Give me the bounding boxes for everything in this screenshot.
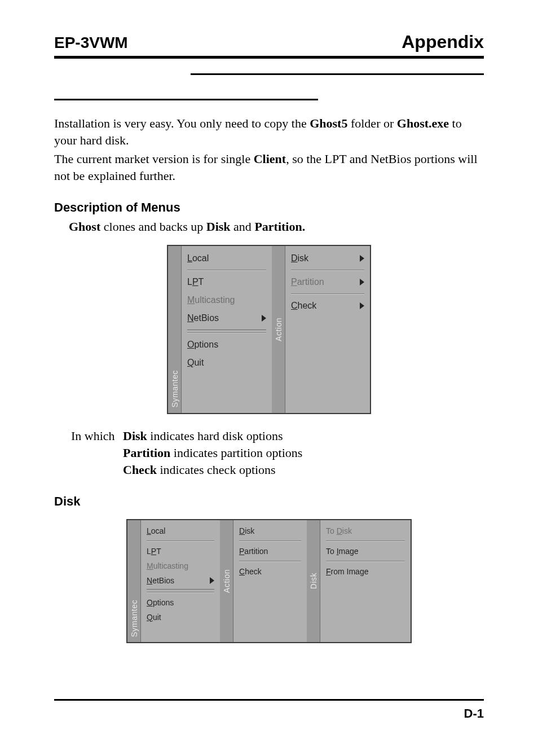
text-bold: Client <box>254 152 286 166</box>
text-bold: Check <box>123 463 157 477</box>
menu-item-partition[interactable]: Partition <box>239 544 301 559</box>
menu-item-disk[interactable]: Disk <box>239 524 301 538</box>
menu-item-partition[interactable]: Partition <box>291 273 364 291</box>
vtab-label: Action <box>222 569 231 593</box>
menu-separator <box>187 270 266 271</box>
menu-separator <box>239 561 301 562</box>
screenshot-2: Symantec Local LPT Multicasting NetBios … <box>54 519 484 643</box>
intro-paragraph-2: The current market version is for single… <box>54 151 484 184</box>
page-number: D-1 <box>54 706 484 721</box>
menu-item-from-image[interactable]: From Image <box>326 564 405 579</box>
vtab-label: Symantec <box>170 370 179 407</box>
menu-item-check[interactable]: Check <box>291 297 364 315</box>
vtab-label: Disk <box>309 573 318 589</box>
text-bold: Ghost.exe <box>397 116 449 130</box>
vtab-symantec: Symantec <box>168 246 182 413</box>
menu-item-netbios[interactable]: NetBios <box>147 573 214 588</box>
menu-item-lpt[interactable]: LPT <box>147 544 214 559</box>
header-right: Appendix <box>402 32 484 52</box>
screenshot-1: Symantec Local LPT Multicasting NetBios … <box>54 245 484 414</box>
menu-separator <box>291 293 364 295</box>
text-bold: Ghost <box>69 219 100 234</box>
header-left: EP-3VWM <box>54 34 128 52</box>
explanation-block: In which Disk indicates hard disk option… <box>71 428 484 478</box>
menu-item-netbios[interactable]: NetBios <box>187 309 266 327</box>
menu-separator <box>147 540 214 542</box>
footer: D-1 <box>54 699 484 721</box>
expl-lead: In which <box>71 428 123 445</box>
section-title-disk: Disk <box>54 494 484 509</box>
expl-row-1: In which Disk indicates hard disk option… <box>71 428 484 445</box>
menu-separator <box>291 270 364 271</box>
menu-item-disk[interactable]: Disk <box>291 249 364 267</box>
header: EP-3VWM Appendix <box>54 32 484 52</box>
sub-rule-right <box>191 73 484 75</box>
menus-line: Ghost clones and backs up Disk and Parti… <box>69 218 484 235</box>
menu-separator <box>187 332 266 333</box>
menu-item-multicasting[interactable]: Multicasting <box>147 559 214 573</box>
text-bold: Ghost5 <box>310 116 347 130</box>
section-title-menus: Description of Menus <box>54 200 484 215</box>
chevron-right-icon <box>210 577 214 584</box>
menu-item-multicasting[interactable]: Multicasting <box>187 291 266 309</box>
text: indicates partition options <box>170 446 302 460</box>
menu-item-local[interactable]: Local <box>147 524 214 538</box>
menu-item-quit[interactable]: Quit <box>187 354 266 372</box>
chevron-right-icon <box>360 279 364 285</box>
menu-item-lpt[interactable]: LPT <box>187 273 266 291</box>
vtab-action: Action <box>272 246 285 413</box>
chevron-right-icon <box>262 315 266 322</box>
footer-rule <box>54 699 484 701</box>
text: folder or <box>347 116 396 130</box>
text-bold: Disk <box>123 429 147 443</box>
vtab-label: Action <box>274 318 283 341</box>
ghost-menu-1: Symantec Local LPT Multicasting NetBios … <box>167 245 371 414</box>
menu-col-2: Disk Partition Check <box>285 246 370 413</box>
vtab-label: Symantec <box>130 600 139 637</box>
vtab-symantec: Symantec <box>127 520 141 642</box>
expl-row-2: Partition indicates partition options <box>71 445 484 461</box>
menu-item-local[interactable]: Local <box>187 249 266 267</box>
text: Installation is very easy. You only need… <box>54 116 310 130</box>
text: indicates check options <box>157 463 276 477</box>
intro-paragraph-1: Installation is very easy. You only need… <box>54 115 484 148</box>
text: indicates hard disk options <box>147 429 283 443</box>
header-rule <box>54 56 484 59</box>
menu-col-1: Local LPT Multicasting NetBios Options Q… <box>182 246 272 413</box>
text: clones and backs up <box>100 219 206 234</box>
chevron-right-icon <box>360 302 364 309</box>
menu-col-1: Local LPT Multicasting NetBios Options Q… <box>141 520 220 642</box>
menu-item-options[interactable]: Options <box>147 595 214 610</box>
menu-item-to-image[interactable]: To Image <box>326 544 405 559</box>
vtab-disk: Disk <box>307 520 320 642</box>
expl-row-3: Check indicates check options <box>71 461 484 478</box>
menu-item-options[interactable]: Options <box>187 336 266 354</box>
menu-separator <box>326 561 405 562</box>
menu-item-quit[interactable]: Quit <box>147 610 214 625</box>
chevron-right-icon <box>360 255 364 262</box>
vtab-action: Action <box>220 520 233 642</box>
menu-separator <box>147 592 214 593</box>
ghost-menu-2: Symantec Local LPT Multicasting NetBios … <box>126 519 412 643</box>
menu-col-2: Disk Partition Check <box>233 520 307 642</box>
menu-separator <box>239 540 301 542</box>
page: EP-3VWM Appendix Installation is very ea… <box>0 0 538 756</box>
text: and <box>231 219 255 234</box>
sub-rule-left <box>54 99 318 100</box>
menu-separator <box>326 540 405 542</box>
text: The current market version is for single <box>54 152 254 166</box>
menu-item-check[interactable]: Check <box>239 564 301 579</box>
text-bold: Disk <box>206 219 231 234</box>
text-bold: Partition. <box>254 219 305 234</box>
text-bold: Partition <box>123 446 170 460</box>
menu-item-to-disk[interactable]: To Disk <box>326 524 405 538</box>
menu-col-3: To Disk To Image From Image <box>320 520 411 642</box>
